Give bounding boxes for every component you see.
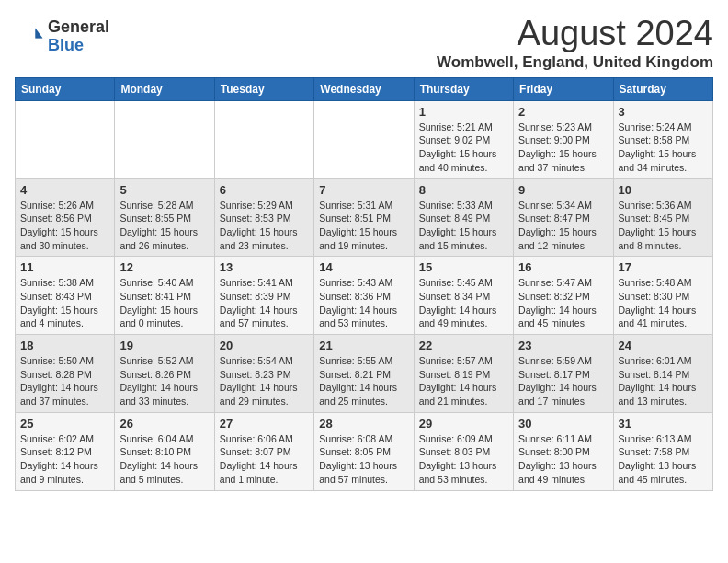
day-info: Sunrise: 5:50 AM Sunset: 8:28 PM Dayligh… [20,354,109,408]
day-info: Sunrise: 5:45 AM Sunset: 8:34 PM Dayligh… [419,276,508,330]
calendar-day-cell: 25Sunrise: 6:02 AM Sunset: 8:12 PM Dayli… [16,412,115,490]
calendar-day-cell: 28Sunrise: 6:08 AM Sunset: 8:05 PM Dayli… [314,412,414,490]
calendar-day-cell: 6Sunrise: 5:29 AM Sunset: 8:53 PM Daylig… [214,178,313,257]
day-number: 23 [518,339,608,352]
logo: General Blue [15,18,109,55]
day-number: 24 [619,339,708,352]
calendar-day-cell: 12Sunrise: 5:40 AM Sunset: 8:41 PM Dayli… [115,257,214,335]
day-number: 27 [220,417,309,431]
day-number: 2 [518,105,608,119]
calendar-title: August 2024 [437,15,713,53]
day-info: Sunrise: 6:01 AM Sunset: 8:14 PM Dayligh… [619,354,708,408]
day-info: Sunrise: 5:40 AM Sunset: 8:41 PM Dayligh… [119,276,209,330]
day-info: Sunrise: 5:24 AM Sunset: 8:58 PM Dayligh… [619,121,708,175]
calendar-day-cell: 27Sunrise: 6:06 AM Sunset: 8:07 PM Dayli… [214,412,313,490]
calendar-week-row: 4Sunrise: 5:26 AM Sunset: 8:56 PM Daylig… [16,178,713,257]
day-info: Sunrise: 6:09 AM Sunset: 8:03 PM Dayligh… [419,432,508,487]
day-info: Sunrise: 5:29 AM Sunset: 8:53 PM Dayligh… [220,199,309,253]
calendar-day-cell: 17Sunrise: 5:48 AM Sunset: 8:30 PM Dayli… [613,257,712,335]
day-number: 21 [319,339,408,352]
calendar-day-cell: 20Sunrise: 5:54 AM Sunset: 8:23 PM Dayli… [214,335,313,413]
day-number: 20 [220,339,309,352]
page-header: General Blue August 2024 Wombwell, Engla… [15,15,713,72]
day-number: 26 [119,417,209,431]
day-info: Sunrise: 5:28 AM Sunset: 8:55 PM Dayligh… [119,199,209,253]
column-header-wednesday: Wednesday [314,77,414,100]
logo-icon [15,22,44,52]
day-number: 18 [20,339,109,352]
calendar-day-cell: 31Sunrise: 6:13 AM Sunset: 7:58 PM Dayli… [613,412,712,490]
day-info: Sunrise: 5:57 AM Sunset: 8:19 PM Dayligh… [419,354,508,408]
calendar-day-cell: 19Sunrise: 5:52 AM Sunset: 8:26 PM Dayli… [115,335,214,413]
calendar-day-cell: 10Sunrise: 5:36 AM Sunset: 8:45 PM Dayli… [613,178,712,257]
day-info: Sunrise: 5:55 AM Sunset: 8:21 PM Dayligh… [319,354,408,408]
calendar-week-row: 11Sunrise: 5:38 AM Sunset: 8:43 PM Dayli… [16,257,713,335]
day-number: 30 [518,417,608,431]
day-number: 8 [419,183,508,197]
calendar-day-cell: 22Sunrise: 5:57 AM Sunset: 8:19 PM Dayli… [414,335,513,413]
calendar-day-cell: 29Sunrise: 6:09 AM Sunset: 8:03 PM Dayli… [414,412,513,490]
day-info: Sunrise: 6:13 AM Sunset: 7:58 PM Dayligh… [619,432,708,487]
column-header-friday: Friday [514,77,613,100]
day-info: Sunrise: 5:59 AM Sunset: 8:17 PM Dayligh… [518,354,608,408]
title-block: August 2024 Wombwell, England, United Ki… [437,15,713,72]
day-info: Sunrise: 5:43 AM Sunset: 8:36 PM Dayligh… [319,276,408,330]
calendar-day-cell: 4Sunrise: 5:26 AM Sunset: 8:56 PM Daylig… [16,178,115,257]
day-info: Sunrise: 5:31 AM Sunset: 8:51 PM Dayligh… [319,199,408,253]
day-number: 16 [518,260,608,274]
calendar-day-cell: 26Sunrise: 6:04 AM Sunset: 8:10 PM Dayli… [115,412,214,490]
day-number: 6 [220,183,309,197]
calendar-day-cell: 11Sunrise: 5:38 AM Sunset: 8:43 PM Dayli… [16,257,115,335]
day-number: 13 [220,260,309,274]
calendar-day-cell: 8Sunrise: 5:33 AM Sunset: 8:49 PM Daylig… [414,178,513,257]
calendar-day-cell [16,100,115,178]
calendar-day-cell [214,100,313,178]
calendar-week-row: 1Sunrise: 5:21 AM Sunset: 9:02 PM Daylig… [16,100,713,178]
calendar-day-cell [314,100,414,178]
column-header-monday: Monday [115,77,214,100]
day-info: Sunrise: 5:54 AM Sunset: 8:23 PM Dayligh… [220,354,309,408]
calendar-day-cell: 7Sunrise: 5:31 AM Sunset: 8:51 PM Daylig… [314,178,414,257]
day-info: Sunrise: 6:02 AM Sunset: 8:12 PM Dayligh… [20,432,109,487]
day-number: 9 [518,183,608,197]
calendar-day-cell: 24Sunrise: 6:01 AM Sunset: 8:14 PM Dayli… [613,335,712,413]
day-number: 17 [619,260,708,274]
calendar-subtitle: Wombwell, England, United Kingdom [437,53,713,72]
day-number: 15 [419,260,508,274]
day-number: 10 [619,183,708,197]
calendar-day-cell: 1Sunrise: 5:21 AM Sunset: 9:02 PM Daylig… [414,100,513,178]
day-number: 25 [20,417,109,431]
day-info: Sunrise: 5:36 AM Sunset: 8:45 PM Dayligh… [619,199,708,253]
calendar-day-cell [115,100,214,178]
column-header-thursday: Thursday [414,77,513,100]
day-number: 19 [119,339,209,352]
calendar-day-cell: 15Sunrise: 5:45 AM Sunset: 8:34 PM Dayli… [414,257,513,335]
calendar-table: SundayMondayTuesdayWednesdayThursdayFrid… [15,77,713,491]
day-info: Sunrise: 6:06 AM Sunset: 8:07 PM Dayligh… [220,432,309,487]
day-info: Sunrise: 5:48 AM Sunset: 8:30 PM Dayligh… [619,276,708,330]
calendar-day-cell: 18Sunrise: 5:50 AM Sunset: 8:28 PM Dayli… [16,335,115,413]
day-number: 11 [20,260,109,274]
calendar-day-cell: 21Sunrise: 5:55 AM Sunset: 8:21 PM Dayli… [314,335,414,413]
day-number: 7 [319,183,408,197]
calendar-day-cell: 3Sunrise: 5:24 AM Sunset: 8:58 PM Daylig… [613,100,712,178]
calendar-day-cell: 13Sunrise: 5:41 AM Sunset: 8:39 PM Dayli… [214,257,313,335]
calendar-day-cell: 9Sunrise: 5:34 AM Sunset: 8:47 PM Daylig… [514,178,613,257]
column-header-sunday: Sunday [16,77,115,100]
day-number: 31 [619,417,708,431]
day-number: 28 [319,417,408,431]
calendar-week-row: 18Sunrise: 5:50 AM Sunset: 8:28 PM Dayli… [16,335,713,413]
calendar-day-cell: 2Sunrise: 5:23 AM Sunset: 9:00 PM Daylig… [514,100,613,178]
day-number: 1 [419,105,508,119]
day-number: 12 [119,260,209,274]
day-info: Sunrise: 6:08 AM Sunset: 8:05 PM Dayligh… [319,432,408,487]
day-number: 4 [20,183,109,197]
day-info: Sunrise: 5:52 AM Sunset: 8:26 PM Dayligh… [119,354,209,408]
calendar-day-cell: 14Sunrise: 5:43 AM Sunset: 8:36 PM Dayli… [314,257,414,335]
calendar-week-row: 25Sunrise: 6:02 AM Sunset: 8:12 PM Dayli… [16,412,713,490]
day-number: 3 [619,105,708,119]
calendar-day-cell: 16Sunrise: 5:47 AM Sunset: 8:32 PM Dayli… [514,257,613,335]
logo-text: General Blue [48,18,109,55]
calendar-day-cell: 23Sunrise: 5:59 AM Sunset: 8:17 PM Dayli… [514,335,613,413]
day-info: Sunrise: 5:33 AM Sunset: 8:49 PM Dayligh… [419,199,508,253]
